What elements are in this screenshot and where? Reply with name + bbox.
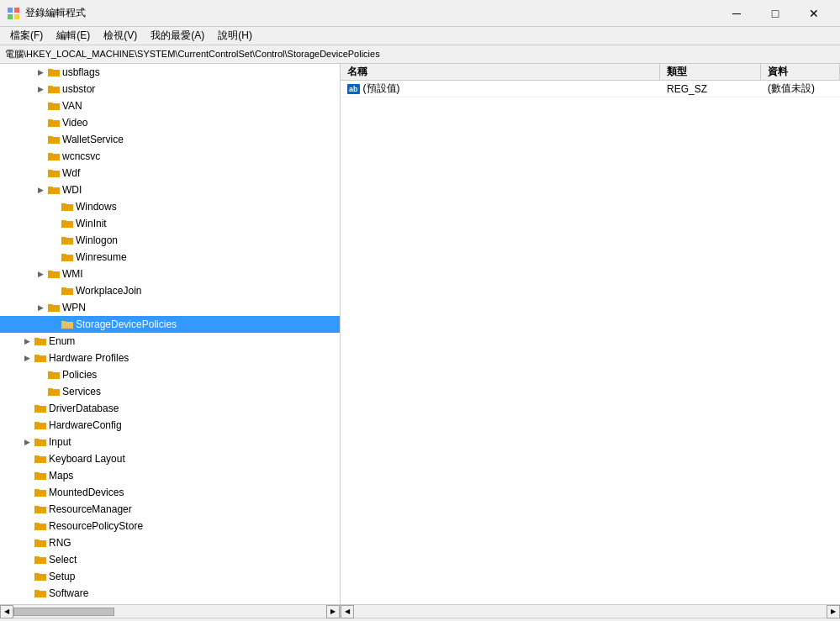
tree-item-Policies[interactable]: ▶ Policies	[0, 366, 340, 383]
tree-item-MountedDevices[interactable]: ▶ MountedDevices	[0, 484, 340, 501]
svg-rect-3	[14, 14, 19, 19]
menu-bar: 檔案(F) 編輯(E) 檢視(V) 我的最愛(A) 說明(H)	[0, 27, 840, 45]
tree-item-WMI[interactable]: ▶ WMI	[0, 266, 340, 282]
tree-item-wcncsvc[interactable]: ▶ wcncsvc	[0, 148, 340, 165]
tree-label-wcncsvc: wcncsvc	[62, 150, 336, 162]
tree-item-Select[interactable]: ▶ Select	[0, 551, 340, 568]
tree-label-HardwareConfig: HardwareConfig	[49, 419, 336, 431]
expand-btn-WMI[interactable]: ▶	[34, 267, 47, 281]
tree-label-WPN: WPN	[62, 302, 336, 313]
tree-item-ResourcePolicyStore[interactable]: ▶ ResourcePolicyStore	[0, 518, 340, 534]
folder-icon-WorkplaceJoin	[61, 284, 74, 297]
expand-btn-WPN[interactable]: ▶	[34, 301, 47, 314]
folder-icon-Maps	[34, 469, 47, 482]
tree-label-usbstor: usbstor	[62, 83, 336, 95]
tree-scroll[interactable]: ▶ usbflags▶ usbstor▶ VAN▶ Video▶ WalletS…	[0, 64, 340, 604]
tree-hscroll-track[interactable]: ◀ ▶	[0, 605, 340, 618]
tree-label-Winresume: Winresume	[76, 251, 336, 263]
minimize-button[interactable]: ─	[717, 0, 756, 27]
right-hscroll-left-btn[interactable]: ◀	[341, 605, 354, 618]
hscroll-left-btn[interactable]: ◀	[0, 605, 13, 618]
right-hscroll[interactable]: ◀ ▶	[341, 605, 840, 618]
tree-item-Winlogon[interactable]: ▶ Winlogon	[0, 232, 340, 249]
tree-label-HardwareProfiles: Hardware Profiles	[49, 352, 336, 364]
right-hscroll-track[interactable]: ◀ ▶	[341, 605, 840, 618]
menu-view[interactable]: 檢視(V)	[97, 27, 144, 45]
expand-btn-usbflags[interactable]: ▶	[34, 66, 47, 79]
tree-item-ResourceManager[interactable]: ▶ ResourceManager	[0, 501, 340, 518]
tree-label-Winlogon: Winlogon	[76, 234, 336, 246]
close-button[interactable]: ✕	[795, 0, 833, 27]
expand-btn-WDI[interactable]: ▶	[34, 183, 47, 197]
breadcrumb: 電腦\HKEY_LOCAL_MACHINE\SYSTEM\CurrentCont…	[0, 45, 840, 64]
menu-favorites[interactable]: 我的最愛(A)	[144, 27, 211, 45]
right-cell-type: REG_SZ	[660, 82, 761, 97]
status-bar	[0, 618, 840, 621]
right-hscroll-right-btn[interactable]: ▶	[827, 605, 840, 618]
tree-item-Software[interactable]: ▶ Software	[0, 585, 340, 602]
tree-item-Enum[interactable]: ▶ Enum	[0, 333, 340, 350]
tree-pane: ▶ usbflags▶ usbstor▶ VAN▶ Video▶ WalletS…	[0, 64, 341, 604]
hscroll-thumb[interactable]	[13, 608, 114, 616]
ab-icon: ab	[347, 84, 360, 94]
folder-icon-WDI	[47, 183, 61, 197]
tree-item-WalletService[interactable]: ▶ WalletService	[0, 131, 340, 148]
folder-icon-Policies	[47, 368, 61, 382]
expand-btn-HardwareProfiles[interactable]: ▶	[20, 351, 34, 365]
tree-label-WDI: WDI	[62, 184, 336, 196]
maximize-button[interactable]: □	[756, 0, 795, 27]
tree-item-DriverDatabase[interactable]: ▶ DriverDatabase	[0, 400, 340, 417]
tree-item-WinInit[interactable]: ▶ WinInit	[0, 215, 340, 232]
tree-item-usbflags[interactable]: ▶ usbflags	[0, 64, 340, 81]
folder-icon-Services	[47, 385, 61, 398]
tree-label-WorkplaceJoin: WorkplaceJoin	[76, 285, 336, 297]
folder-icon-StorageDevicePolicies	[61, 318, 74, 331]
menu-file[interactable]: 檔案(F)	[3, 27, 50, 45]
tree-item-Input[interactable]: ▶ Input	[0, 434, 340, 450]
tree-item-WPN[interactable]: ▶ WPN	[0, 299, 340, 316]
tree-item-RNG[interactable]: ▶ RNG	[0, 534, 340, 551]
tree-label-ResourcePolicyStore: ResourcePolicyStore	[49, 520, 336, 532]
folder-icon-Input	[34, 435, 47, 449]
tree-label-Policies: Policies	[62, 369, 336, 381]
tree-item-Maps[interactable]: ▶ Maps	[0, 467, 340, 484]
tree-item-WorkplaceJoin[interactable]: ▶ WorkplaceJoin	[0, 282, 340, 299]
right-cell-data: (數值未設)	[761, 81, 840, 97]
folder-icon-WMI	[47, 267, 61, 281]
svg-rect-1	[14, 8, 19, 13]
tree-label-WMI: WMI	[62, 268, 336, 280]
app-icon	[7, 7, 20, 20]
expand-btn-Enum[interactable]: ▶	[20, 334, 34, 348]
tree-item-StorageDevicePolicies[interactable]: ▶ StorageDevicePolicies	[0, 316, 340, 333]
tree-item-Services[interactable]: ▶ Services	[0, 383, 340, 400]
tree-item-VAN[interactable]: ▶ VAN	[0, 97, 340, 114]
folder-icon-MountedDevices	[34, 486, 47, 499]
tree-label-ResourceManager: ResourceManager	[49, 503, 336, 515]
expand-btn-usbstor[interactable]: ▶	[34, 82, 47, 96]
menu-edit[interactable]: 編輯(E)	[50, 27, 97, 45]
tree-item-Windows[interactable]: ▶ Windows	[0, 198, 340, 215]
tree-item-Setup[interactable]: ▶ Setup	[0, 568, 340, 585]
right-content: ab(預設值)REG_SZ(數值未設)	[341, 81, 840, 604]
tree-item-Wdf[interactable]: ▶ Wdf	[0, 165, 340, 182]
tree-item-HardwareProfiles[interactable]: ▶ Hardware Profiles	[0, 350, 340, 366]
tree-item-WDI[interactable]: ▶ WDI	[0, 182, 340, 198]
folder-icon-DriverDatabase	[34, 402, 47, 415]
folder-icon-Video	[47, 116, 61, 129]
tree-item-Winresume[interactable]: ▶ Winresume	[0, 249, 340, 266]
tree-item-KeyboardLayout[interactable]: ▶ Keyboard Layout	[0, 450, 340, 467]
hscroll-right-btn[interactable]: ▶	[326, 605, 340, 618]
tree-hscroll[interactable]: ◀ ▶	[0, 605, 341, 618]
folder-icon-Wdf	[47, 166, 61, 180]
right-row[interactable]: ab(預設值)REG_SZ(數值未設)	[341, 81, 840, 97]
title-bar: 登錄編輯程式 ─ □ ✕	[0, 0, 840, 27]
tree-item-usbstor[interactable]: ▶ usbstor	[0, 81, 340, 97]
folder-icon-usbflags	[47, 66, 61, 79]
tree-item-HardwareConfig[interactable]: ▶ HardwareConfig	[0, 417, 340, 434]
tree-item-Video[interactable]: ▶ Video	[0, 114, 340, 131]
menu-help[interactable]: 說明(H)	[211, 27, 259, 45]
tree-label-Enum: Enum	[49, 335, 336, 347]
tree-label-MountedDevices: MountedDevices	[49, 487, 336, 498]
expand-btn-Input[interactable]: ▶	[20, 435, 34, 449]
tree-label-Input: Input	[49, 436, 336, 448]
